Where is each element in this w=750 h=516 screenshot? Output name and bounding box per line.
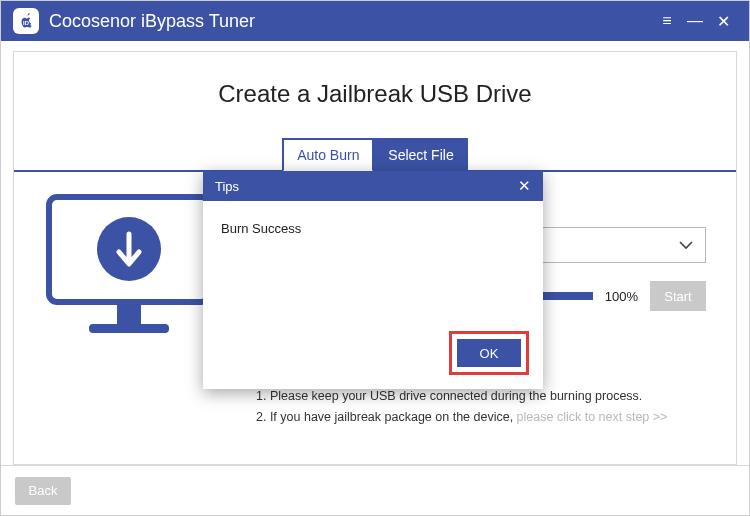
monitor-illustration (44, 192, 214, 346)
minimize-icon[interactable]: — (681, 7, 709, 35)
svg-text:ID: ID (23, 20, 29, 26)
ok-label: OK (480, 346, 499, 361)
dialog-message: Burn Success (203, 201, 543, 331)
chevron-down-icon (679, 236, 693, 254)
svg-rect-4 (89, 324, 169, 333)
titlebar: ID Cocosenor iBypass Tuner ≡ — ✕ (1, 1, 749, 41)
svg-rect-3 (117, 302, 141, 324)
start-label: Start (664, 289, 691, 304)
back-label: Back (29, 483, 58, 498)
dialog-title: Tips (215, 179, 239, 194)
ok-button[interactable]: OK (457, 339, 521, 367)
dialog-close-icon[interactable]: ✕ (513, 177, 535, 195)
tabs: Auto Burn Select File (14, 136, 736, 172)
notes-line-2-text: 2. If you have jailbreak package on the … (256, 410, 517, 424)
notes-line-1: 1. Please keep your USB drive connected … (256, 386, 736, 407)
ok-highlight: OK (449, 331, 529, 375)
app-logo: ID (13, 8, 39, 34)
progress-percent: 100% (605, 289, 638, 304)
dialog-titlebar: Tips ✕ (203, 171, 543, 201)
footer: Back (1, 465, 749, 515)
menu-icon[interactable]: ≡ (653, 7, 681, 35)
tab-label: Select File (388, 147, 453, 163)
notes-line-2: 2. If you have jailbreak package on the … (256, 407, 736, 428)
page-title: Create a Jailbreak USB Drive (14, 80, 736, 108)
tab-select-file[interactable]: Select File (374, 138, 467, 172)
app-title: Cocosenor iBypass Tuner (49, 11, 255, 32)
tab-label: Auto Burn (297, 147, 359, 163)
tips-dialog: Tips ✕ Burn Success OK (203, 171, 543, 389)
tab-auto-burn[interactable]: Auto Burn (282, 138, 374, 172)
close-icon[interactable]: ✕ (709, 7, 737, 35)
back-button[interactable]: Back (15, 477, 71, 505)
start-button[interactable]: Start (650, 281, 706, 311)
next-step-link[interactable]: please click to next step >> (517, 410, 668, 424)
